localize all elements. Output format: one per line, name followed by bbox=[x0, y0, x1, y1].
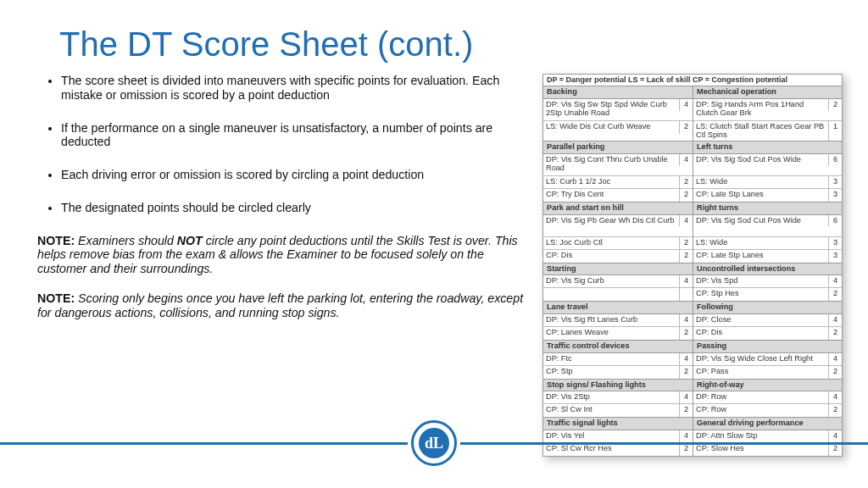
note-1: NOTE: Examiners should NOT circle any po… bbox=[37, 234, 527, 276]
score-row: LS: Curb 1 1/2 Joc2 bbox=[543, 176, 693, 189]
note-2: NOTE: Scoring only begins once you have … bbox=[37, 291, 527, 320]
score-row: DP: Vis Sig Sod Cut Pos Wide6 bbox=[693, 154, 842, 176]
score-row: CP: Late Stp Lanes3 bbox=[693, 250, 842, 263]
section-header: Parallel parking bbox=[543, 141, 693, 154]
score-row: DP: Ftc4 bbox=[543, 353, 693, 366]
section-header: Left turns bbox=[693, 141, 842, 154]
page-title: The DT Score Sheet (cont.) bbox=[59, 25, 843, 64]
score-row: DP: Vis Spd4 bbox=[693, 275, 842, 288]
score-row: LS: Joc Curb Ctl2 bbox=[543, 237, 693, 250]
score-row: CP: Dis2 bbox=[693, 327, 842, 340]
score-row bbox=[543, 288, 693, 301]
section-header: Park and start on hill bbox=[543, 202, 693, 215]
section-header: Stop signs/ Flashing lights bbox=[543, 380, 693, 392]
bullet-item: If the performance on a single maneuver … bbox=[61, 121, 527, 150]
section-header: Traffic control devices bbox=[543, 341, 693, 353]
body-text: The score sheet is divided into maneuver… bbox=[25, 74, 527, 457]
score-row: DP: Vis Sig Wide Close Left Right4 bbox=[693, 353, 842, 366]
score-row: CP: Sl Cw Int2 bbox=[543, 404, 693, 417]
score-row: DP: Vis 2Stp4 bbox=[543, 391, 693, 404]
score-row: DP: Vis Sig Sw Stp Spd Wide Curb 2Stp Un… bbox=[543, 99, 693, 121]
section-header: Lane travel bbox=[543, 302, 693, 314]
section-header: Mechanical operation bbox=[693, 86, 842, 99]
score-row: CP: Row2 bbox=[693, 404, 842, 417]
logo-icon: dL bbox=[411, 420, 457, 466]
score-row: CP: Dis2 bbox=[543, 250, 693, 263]
score-row: CP: Pass2 bbox=[693, 366, 842, 379]
score-row: DP: Close4 bbox=[693, 314, 842, 327]
score-sheet-image: DP = Danger potential LS = Lack of skill… bbox=[542, 74, 843, 457]
section-header: Backing bbox=[543, 86, 693, 99]
score-row: LS: Wide3 bbox=[693, 237, 842, 250]
score-row: DP: Row4 bbox=[693, 391, 842, 404]
score-row: CP: Lanes Weave2 bbox=[543, 327, 693, 340]
section-header: Right turns bbox=[693, 202, 842, 215]
score-row: CP: Stp Hes2 bbox=[693, 288, 842, 301]
score-row: LS: Wide Dis Cut Curb Weave2 bbox=[543, 121, 693, 134]
footer-divider: dL bbox=[0, 420, 868, 466]
score-row: LS: Clutch Stall Start Races Gear PB Ctl… bbox=[693, 121, 842, 141]
bullet-item: The score sheet is divided into maneuver… bbox=[61, 74, 527, 103]
score-row: CP: Try Dis Cent2 bbox=[543, 189, 693, 202]
score-row: DP: Vis Sig Rt Lanes Curb4 bbox=[543, 314, 693, 327]
section-header: Right-of-way bbox=[693, 380, 842, 392]
score-legend: DP = Danger potential LS = Lack of skill… bbox=[543, 75, 842, 86]
score-row: DP: Vis Sig Sod Cut Pos Wide6 bbox=[693, 215, 842, 237]
score-row: DP: Sig Hands Arm Pos 1Hand Clutch Gear … bbox=[693, 99, 842, 121]
score-row: LS: Wide3 bbox=[693, 176, 842, 189]
score-row: DP: Vis Sig Curb4 bbox=[543, 275, 693, 288]
score-row: DP: Vis Sig Cont Thru Curb Unable Road4 bbox=[543, 154, 693, 176]
section-header: Starting bbox=[543, 263, 693, 276]
section-header: Passing bbox=[693, 341, 842, 353]
bullet-item: The designated points should be circled … bbox=[61, 201, 527, 215]
section-header: Following bbox=[693, 302, 842, 314]
bullet-item: Each driving error or omission is scored… bbox=[61, 168, 527, 182]
score-row: CP: Late Stp Lanes3 bbox=[693, 189, 842, 202]
score-row: CP: Stp2 bbox=[543, 366, 693, 379]
score-row: DP: Vis Sig Pb Gear Wh Dis Ctl Curb4 bbox=[543, 215, 693, 237]
section-header: Uncontrolled intersections bbox=[693, 263, 842, 276]
